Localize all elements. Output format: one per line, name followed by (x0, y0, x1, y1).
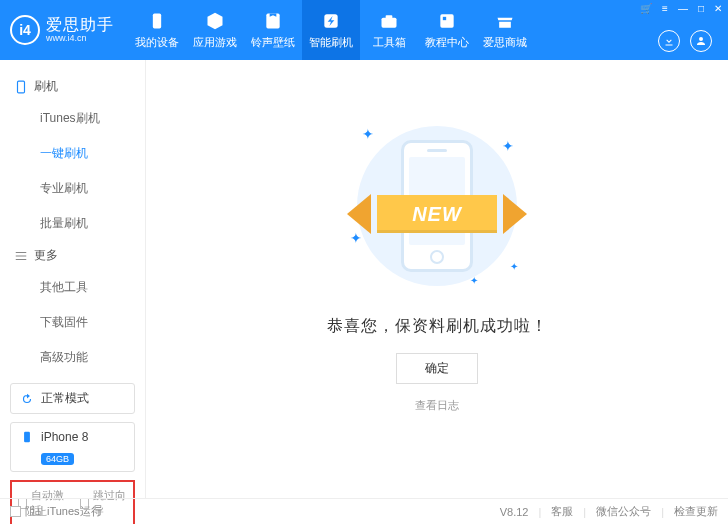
sidebar-group-flash: 刷机 (0, 72, 145, 101)
nav-label: 爱思商城 (483, 35, 527, 50)
sparkle-icon: ✦ (470, 275, 478, 286)
menu-icon[interactable]: ≡ (662, 3, 668, 14)
sparkle-icon: ✦ (362, 126, 374, 142)
apps-icon (205, 11, 225, 31)
refresh-icon (19, 391, 35, 407)
sparkle-icon: ✦ (510, 261, 518, 272)
sidebar-group-more: 更多 (0, 241, 145, 270)
footer-link-update[interactable]: 检查更新 (674, 504, 718, 519)
svg-rect-1 (266, 13, 279, 28)
media-icon (263, 11, 283, 31)
close-icon[interactable]: ✕ (714, 3, 722, 14)
nav-tools[interactable]: 工具箱 (360, 0, 418, 60)
svg-rect-4 (386, 15, 393, 18)
app-header: i4 爱思助手 www.i4.cn 我的设备应用游戏铃声壁纸智能刷机工具箱教程中… (0, 0, 728, 60)
status-bar: 阻止iTunes运行 V8.12 | 客服 | 微信公众号 | 检查更新 (0, 498, 728, 524)
mode-indicator[interactable]: 正常模式 (10, 383, 135, 414)
ribbon-text: NEW (377, 195, 497, 233)
app-name: 爱思助手 (46, 16, 114, 34)
nav-label: 工具箱 (373, 35, 406, 50)
sidebar-item-more-2[interactable]: 高级功能 (0, 340, 145, 375)
nav-flash[interactable]: 智能刷机 (302, 0, 360, 60)
nav-shop[interactable]: 爱思商城 (476, 0, 534, 60)
book-icon (437, 11, 457, 31)
sidebar-item-flash-3[interactable]: 批量刷机 (0, 206, 145, 241)
footer-link-wechat[interactable]: 微信公众号 (596, 504, 651, 519)
sidebar-item-flash-2[interactable]: 专业刷机 (0, 171, 145, 206)
logo-badge-icon: i4 (10, 15, 40, 45)
shop-icon (495, 11, 515, 31)
sidebar-group-flash-title: 刷机 (34, 78, 58, 95)
logo-text: 爱思助手 www.i4.cn (46, 16, 114, 43)
new-ribbon: NEW (357, 194, 517, 234)
tools-icon (379, 11, 399, 31)
block-itunes-checkbox[interactable]: 阻止iTunes运行 (10, 504, 102, 519)
device-icon (19, 429, 35, 445)
svg-rect-5 (440, 14, 453, 27)
nav-label: 铃声壁纸 (251, 35, 295, 50)
header-actions (658, 30, 712, 52)
ok-button[interactable]: 确定 (396, 353, 478, 384)
app-url: www.i4.cn (46, 34, 114, 44)
body: 刷机 iTunes刷机一键刷机专业刷机批量刷机 更多 其他工具下载固件高级功能 … (0, 60, 728, 498)
footer-right: V8.12 | 客服 | 微信公众号 | 检查更新 (500, 504, 718, 519)
svg-rect-6 (443, 16, 446, 19)
download-icon[interactable] (658, 30, 680, 52)
cart-icon[interactable]: 🛒 (640, 3, 652, 14)
window-controls: 🛒 ≡ — □ ✕ (640, 3, 722, 14)
sidebar-item-more-1[interactable]: 下载固件 (0, 305, 145, 340)
success-message: 恭喜您，保资料刷机成功啦！ (327, 316, 548, 337)
minimize-icon[interactable]: — (678, 3, 688, 14)
logo[interactable]: i4 爱思助手 www.i4.cn (10, 15, 114, 45)
nav-device[interactable]: 我的设备 (128, 0, 186, 60)
sidebar-item-more-0[interactable]: 其他工具 (0, 270, 145, 305)
user-icon[interactable] (690, 30, 712, 52)
storage-badge: 64GB (41, 453, 74, 465)
device-indicator[interactable]: iPhone 8 64GB (10, 422, 135, 472)
version-label: V8.12 (500, 506, 529, 518)
svg-rect-3 (382, 17, 397, 27)
nav-label: 我的设备 (135, 35, 179, 50)
more-icon (14, 249, 28, 263)
top-nav: 我的设备应用游戏铃声壁纸智能刷机工具箱教程中心爱思商城 (128, 0, 534, 60)
device-icon (147, 11, 167, 31)
svg-rect-7 (18, 81, 25, 93)
maximize-icon[interactable]: □ (698, 3, 704, 14)
phone-icon (14, 80, 28, 94)
nav-label: 应用游戏 (193, 35, 237, 50)
block-itunes-label: 阻止iTunes运行 (25, 504, 102, 519)
sparkle-icon: ✦ (502, 138, 514, 154)
sidebar-group-more-title: 更多 (34, 247, 58, 264)
nav-apps[interactable]: 应用游戏 (186, 0, 244, 60)
svg-rect-0 (153, 13, 161, 28)
nav-label: 智能刷机 (309, 35, 353, 50)
success-illustration: ✦ ✦ ✦ ✦ ✦ NEW (332, 116, 542, 296)
nav-label: 教程中心 (425, 35, 469, 50)
nav-media[interactable]: 铃声壁纸 (244, 0, 302, 60)
sidebar-item-flash-1[interactable]: 一键刷机 (0, 136, 145, 171)
nav-book[interactable]: 教程中心 (418, 0, 476, 60)
checkbox-icon (10, 506, 21, 517)
mode-label: 正常模式 (41, 390, 89, 407)
view-log-link[interactable]: 查看日志 (415, 398, 459, 413)
sidebar-item-flash-0[interactable]: iTunes刷机 (0, 101, 145, 136)
device-name: iPhone 8 (41, 430, 88, 444)
footer-link-support[interactable]: 客服 (551, 504, 573, 519)
main-content: ✦ ✦ ✦ ✦ ✦ NEW 恭喜您，保资料刷机成功啦！ 确定 查看日志 (146, 60, 728, 498)
sidebar: 刷机 iTunes刷机一键刷机专业刷机批量刷机 更多 其他工具下载固件高级功能 … (0, 60, 146, 498)
flash-icon (321, 11, 341, 31)
svg-rect-8 (24, 432, 30, 443)
